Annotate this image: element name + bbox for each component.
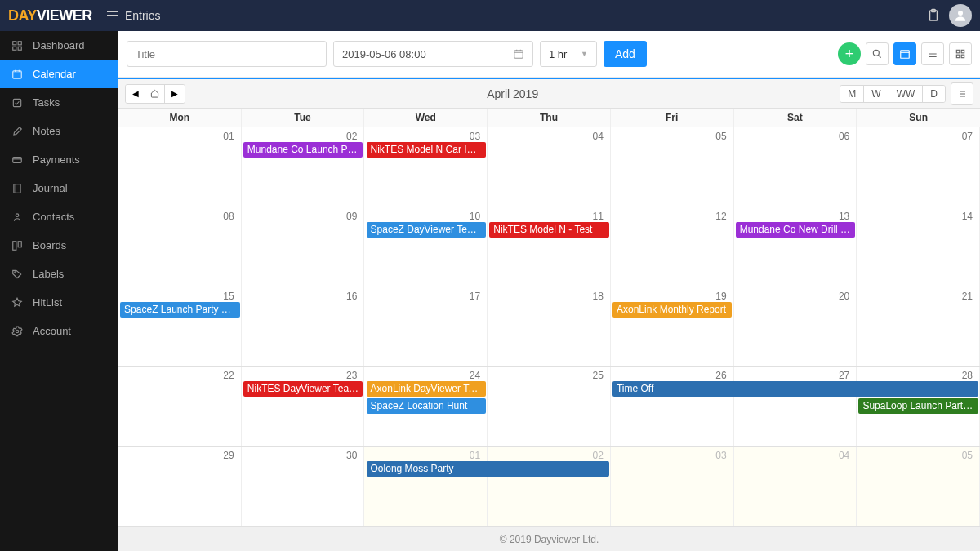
calendar-cell[interactable]: 23 [242,367,365,446]
calendar-event[interactable]: Mundane Co New Drill Bit [736,222,855,238]
sidebar-item-calendar[interactable]: Calendar [0,60,118,88]
title-input[interactable] [127,41,327,67]
notes-icon [11,126,23,137]
day-header: Thu [488,109,611,127]
view-m-button[interactable]: M [840,86,864,102]
payments-icon [11,154,23,166]
calendar-cell[interactable]: 09 [242,207,365,287]
search-button[interactable] [866,42,889,65]
view-w-button[interactable]: W [864,86,889,102]
calendar-cell[interactable]: 01 [364,447,488,526]
list-toggle-button[interactable] [951,82,973,105]
calendar-cell[interactable]: 21 [857,287,980,367]
sidebar-item-payments[interactable]: Payments [0,145,118,174]
calendar-cell[interactable]: 12 [611,207,734,287]
calendar-cell[interactable]: 08 [118,207,242,287]
user-avatar[interactable] [949,4,972,27]
calendar-event[interactable]: Mundane Co Launch Party … [243,142,363,158]
calendar-cell[interactable]: 11 [488,207,611,287]
add-button[interactable]: Add [604,41,647,67]
duration-select[interactable]: 1 hr▼ [540,41,597,67]
add-circle-button[interactable]: + [838,42,861,65]
clipboard-icon[interactable] [926,8,941,23]
sidebar-item-dashboard[interactable]: Dashboard [0,31,118,60]
calendar-cell[interactable]: 06 [734,127,858,207]
topnav-entries[interactable]: Entries [125,9,161,22]
calendar-cell[interactable]: 27 [734,367,858,446]
sidebar-item-label: Calendar [33,68,76,80]
sidebar-item-label: Account [33,325,71,337]
calendar-cell[interactable]: 13 [734,207,858,287]
cell-date: 07 [860,129,976,144]
grid-view-button[interactable] [949,42,972,65]
calendar-cell[interactable]: 14 [857,207,980,287]
sidebar-item-boards[interactable]: Boards [0,231,118,260]
svg-point-17 [873,50,879,56]
next-button[interactable]: ▶ [165,85,185,103]
calendar-cell[interactable]: 15 [118,287,242,367]
calendar-cell[interactable]: 20 [734,287,858,367]
calendar-event[interactable]: SupaLoop Launch Party Pa… [858,398,978,414]
prev-button[interactable]: ◀ [126,85,145,103]
calendar-event[interactable]: Oolong Moss Party [367,461,609,477]
calendar-cell[interactable]: 29 [118,447,242,526]
calendar-cell[interactable]: 25 [488,367,611,446]
calendar-cell[interactable]: 19 [611,287,734,367]
datetime-input[interactable]: 2019-05-06 08:00 [333,41,533,67]
calendar-event[interactable]: SpaceZ DayViewer Team Ro… [367,222,486,238]
menu-icon[interactable] [107,11,118,20]
calendar-event[interactable]: NikTES Model N - Test [489,222,608,238]
cell-date: 30 [245,448,361,463]
sidebar-item-tasks[interactable]: Tasks [0,88,118,117]
sidebar-item-hitlist[interactable]: HitList [0,288,118,317]
logo: DAYVIEWER [8,7,92,24]
calendar-cell[interactable]: 18 [488,287,611,367]
cell-date: 08 [122,209,238,224]
calendar-cell[interactable]: 16 [242,287,365,367]
calendar-cell[interactable]: 05 [611,127,734,207]
sidebar-item-notes[interactable]: Notes [0,117,118,145]
svg-rect-7 [13,70,22,78]
today-button[interactable] [145,85,165,103]
calendar-cell[interactable]: 03 [364,127,488,207]
view-d-button[interactable]: D [923,86,945,102]
calendar-cell[interactable]: 01 [118,127,242,207]
sidebar: DashboardCalendarTasksNotesPaymentsJourn… [0,31,118,551]
calendar-cell[interactable]: 10 [364,207,488,287]
sidebar-item-labels[interactable]: Labels [0,260,118,288]
boards-icon [11,240,23,251]
day-header: Mon [118,109,242,127]
cell-date: 09 [245,209,361,224]
calendar-cell[interactable]: 03 [611,447,734,526]
calendar-event[interactable]: NikTES Model N Car Ideas [367,142,486,158]
sidebar-item-journal[interactable]: Journal [0,174,118,202]
cell-date: 15 [122,289,238,304]
calendar-cell[interactable]: 17 [364,287,488,367]
calendar-cell[interactable]: 26 [611,367,734,446]
list-view-button[interactable] [921,42,944,65]
sidebar-item-account[interactable]: Account [0,317,118,345]
hitlist-icon [11,297,23,309]
calendar-title: April 2019 [185,87,840,100]
calendar-view-button[interactable] [893,42,916,65]
calendar-cell[interactable]: 07 [857,127,980,207]
calendar-cell[interactable]: 04 [734,447,858,526]
calendar-event[interactable]: SpaceZ Location Hunt [367,398,486,414]
calendar-event[interactable]: Time Off [612,381,978,397]
svg-rect-12 [13,241,16,250]
calendar-event[interactable]: SpaceZ Launch Party Paym… [120,302,239,318]
calendar-event[interactable]: AxonLink DayViewer Team … [367,381,486,397]
calendar-cell[interactable]: 30 [242,447,365,526]
calendar-cell[interactable]: 22 [118,367,242,446]
calendar-cell[interactable]: 04 [488,127,611,207]
sidebar-item-contacts[interactable]: Contacts [0,202,118,231]
cell-date: 22 [122,368,238,383]
calendar-cell[interactable]: 02 [242,127,365,207]
calendar-cell[interactable]: 05 [857,447,980,526]
calendar-event[interactable]: NikTES DayViewer Team Room [243,381,363,397]
svg-rect-9 [13,157,22,162]
cell-date: 29 [122,448,238,463]
calendar-cell[interactable]: 02 [488,447,611,526]
view-ww-button[interactable]: WW [889,86,924,102]
calendar-event[interactable]: AxonLink Monthly Report [612,302,732,318]
